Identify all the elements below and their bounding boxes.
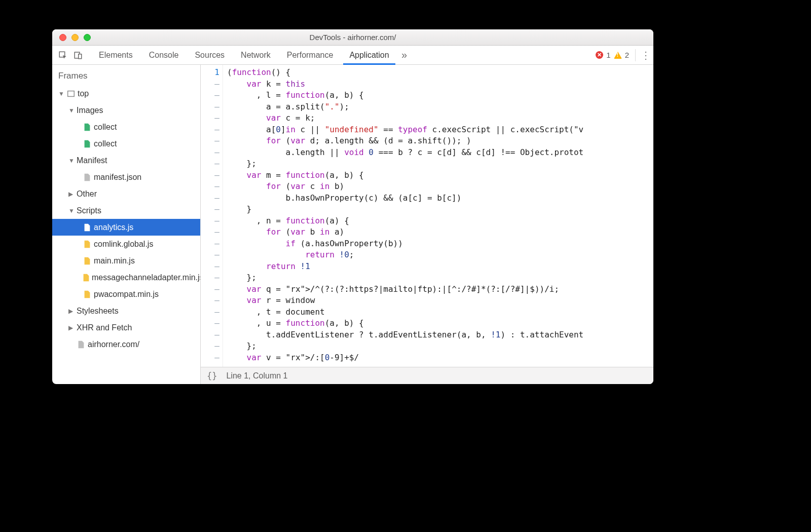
tree-label: comlink.global.js xyxy=(93,240,153,249)
tab-elements[interactable]: Elements xyxy=(91,46,141,64)
chevron-right-icon: ▶ xyxy=(68,324,76,331)
tree-manifest[interactable]: ▼ Manifest xyxy=(52,152,200,169)
code-area[interactable]: 1 – – – – – – – – – – – – – – – – – – – … xyxy=(201,65,653,367)
pretty-print-icon[interactable]: {} xyxy=(207,371,217,381)
fold-marker-icon[interactable]: – xyxy=(201,158,219,170)
fold-marker-icon[interactable]: – xyxy=(201,204,219,215)
tab-performance[interactable]: Performance xyxy=(279,46,342,64)
tree-label: XHR and Fetch xyxy=(76,323,132,332)
tree-label: Scripts xyxy=(76,206,101,215)
devtools-toolbar: Elements Console Sources Network Perform… xyxy=(52,46,653,65)
source-editor: 1 – – – – – – – – – – – – – – – – – – – … xyxy=(201,65,653,384)
fold-marker-icon[interactable]: – xyxy=(201,284,219,295)
script-file-icon xyxy=(82,256,93,265)
fold-marker-icon[interactable]: – xyxy=(201,124,219,136)
svg-rect-2 xyxy=(79,54,82,58)
tree-top[interactable]: ▼ top xyxy=(52,85,200,102)
tree-label: Stylesheets xyxy=(76,307,119,316)
warning-badge-icon[interactable] xyxy=(614,52,622,59)
inspect-icon[interactable] xyxy=(55,46,70,64)
script-file-icon xyxy=(82,240,93,249)
tree-manifest-item[interactable]: manifest.json xyxy=(52,169,200,185)
tree-label: pwacompat.min.js xyxy=(93,290,159,299)
svg-rect-3 xyxy=(68,91,75,96)
tree-image-item[interactable]: collect xyxy=(52,135,200,152)
tree-script-item[interactable]: analytics.js xyxy=(52,219,200,236)
image-file-icon xyxy=(82,139,93,148)
frame-icon xyxy=(65,89,77,98)
tree-label: Other xyxy=(76,189,97,199)
fold-marker-icon[interactable]: – xyxy=(201,340,219,352)
image-file-icon xyxy=(82,123,93,132)
frames-tree: ▼ top ▼ Images collect collect xyxy=(52,85,200,384)
fold-marker-icon[interactable]: – xyxy=(201,307,219,318)
cursor-position: Line 1, Column 1 xyxy=(226,371,287,381)
line-number: 1 xyxy=(201,67,219,79)
fold-marker-icon[interactable]: – xyxy=(201,101,219,113)
fold-marker-icon[interactable]: – xyxy=(201,238,219,250)
fold-marker-icon[interactable]: – xyxy=(201,226,219,238)
fold-marker-icon[interactable]: – xyxy=(201,295,219,307)
chevron-down-icon: ▼ xyxy=(68,107,76,114)
fold-marker-icon[interactable]: – xyxy=(201,215,219,227)
tree-xhr-fetch[interactable]: ▶ XHR and Fetch xyxy=(52,319,200,336)
tree-label: collect xyxy=(93,123,117,132)
fold-marker-icon[interactable]: – xyxy=(201,193,219,204)
tree-script-item[interactable]: messagechanneladapter.min.js xyxy=(52,269,200,286)
tab-console[interactable]: Console xyxy=(141,46,187,64)
fold-marker-icon[interactable]: – xyxy=(201,272,219,284)
fold-marker-icon[interactable]: – xyxy=(201,352,219,364)
fold-marker-icon[interactable]: – xyxy=(201,181,219,193)
error-count[interactable]: 1 xyxy=(606,51,610,59)
fold-marker-icon[interactable]: – xyxy=(201,79,219,90)
tab-network[interactable]: Network xyxy=(233,46,279,64)
tree-label: main.min.js xyxy=(93,256,135,265)
chevron-down-icon: ▼ xyxy=(58,90,65,97)
devtools-window: DevTools - airhorner.com/ Elements Conso… xyxy=(52,29,653,384)
tree-script-item[interactable]: main.min.js xyxy=(52,252,200,269)
tree-label: analytics.js xyxy=(93,223,133,232)
chevron-down-icon: ▼ xyxy=(68,157,76,164)
fold-marker-icon[interactable]: – xyxy=(201,135,219,147)
tree-scripts[interactable]: ▼ Scripts xyxy=(52,202,200,219)
fold-marker-icon[interactable]: – xyxy=(201,170,219,181)
error-badge-icon[interactable]: ✕ xyxy=(596,51,603,59)
fold-marker-icon[interactable]: – xyxy=(201,112,219,124)
kebab-menu-icon[interactable]: ⋮ xyxy=(635,49,646,61)
frames-sidebar: Frames ▼ top ▼ Images collect xyxy=(52,65,201,384)
tree-script-item[interactable]: comlink.global.js xyxy=(52,236,200,252)
tree-label: Manifest xyxy=(76,156,107,165)
fold-marker-icon[interactable]: – xyxy=(201,329,219,341)
tree-other[interactable]: ▶ Other xyxy=(52,185,200,202)
tree-root-doc[interactable]: airhorner.com/ xyxy=(52,336,200,353)
chevron-down-icon: ▼ xyxy=(68,207,76,214)
document-file-icon xyxy=(76,340,87,349)
tree-image-item[interactable]: collect xyxy=(52,119,200,135)
panel-body: Frames ▼ top ▼ Images collect xyxy=(52,65,653,384)
device-icon[interactable] xyxy=(70,46,86,64)
sidebar-section-title: Frames xyxy=(52,65,200,85)
tab-sources[interactable]: Sources xyxy=(187,46,233,64)
tree-images[interactable]: ▼ Images xyxy=(52,102,200,119)
fold-marker-icon[interactable]: – xyxy=(201,249,219,261)
fold-marker-icon[interactable]: – xyxy=(201,318,219,329)
tree-label: messagechanneladapter.min.js xyxy=(91,273,200,282)
fold-marker-icon[interactable]: – xyxy=(201,147,219,159)
tab-application[interactable]: Application xyxy=(341,46,397,64)
tree-stylesheets[interactable]: ▶ Stylesheets xyxy=(52,302,200,319)
line-gutter[interactable]: 1 – – – – – – – – – – – – – – – – – – – … xyxy=(201,65,223,367)
warning-count[interactable]: 2 xyxy=(625,51,629,59)
panel-tabs: Elements Console Sources Network Perform… xyxy=(91,46,412,64)
tree-label: airhorner.com/ xyxy=(87,340,139,349)
script-file-icon xyxy=(82,290,93,299)
editor-statusbar: {} Line 1, Column 1 xyxy=(201,367,653,384)
fold-marker-icon[interactable]: – xyxy=(201,90,219,101)
tree-script-item[interactable]: pwacompat.min.js xyxy=(52,286,200,302)
code-text[interactable]: (function() { var k = this , l = functio… xyxy=(223,65,653,367)
spacer-icon xyxy=(68,341,76,348)
fold-marker-icon[interactable]: – xyxy=(201,261,219,273)
tabs-overflow-icon[interactable]: » xyxy=(397,46,412,64)
tree-label: top xyxy=(77,89,89,98)
toolbar-status: ✕ 1 2 ⋮ xyxy=(596,46,650,64)
tree-label: Images xyxy=(76,106,103,115)
